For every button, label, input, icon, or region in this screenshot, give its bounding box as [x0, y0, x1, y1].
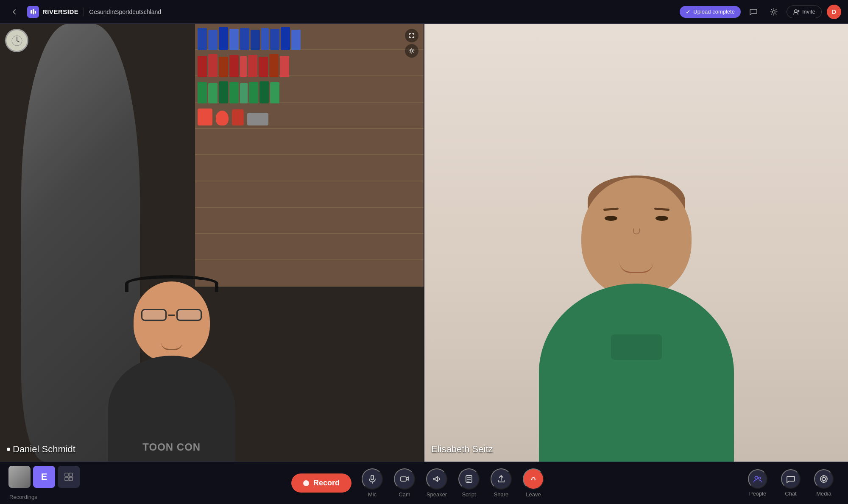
script-button[interactable]	[458, 468, 480, 490]
cam-label: Cam	[399, 491, 410, 498]
thumbnail-1[interactable]	[8, 466, 31, 488]
chat-icon-button[interactable]	[746, 4, 761, 19]
speaker-button[interactable]	[426, 468, 447, 490]
svg-rect-0	[31, 10, 32, 14]
bottombar-center: Record Mic Cam	[93, 466, 746, 500]
svg-point-8	[411, 50, 413, 52]
invite-label: Invite	[802, 8, 815, 15]
invite-button[interactable]: Invite	[787, 6, 822, 18]
brand-name: RIVERSIDE	[42, 8, 78, 15]
left-video-panel: TOON CON Daniel Schmidt	[0, 24, 424, 462]
script-label: Script	[462, 491, 476, 498]
right-video-content	[424, 24, 848, 462]
svg-rect-12	[69, 477, 73, 481]
video-area: TOON CON Daniel Schmidt	[0, 24, 848, 462]
speaker-control: Speaker	[422, 466, 452, 500]
bottombar-right: People Chat Media	[746, 467, 840, 499]
back-button[interactable]	[7, 4, 22, 19]
thumbnail-2[interactable]: E	[33, 466, 55, 488]
chat-control: Chat	[775, 467, 806, 499]
svg-rect-1	[33, 9, 34, 14]
svg-line-7	[17, 41, 19, 42]
bottombar-left: E Recordings	[8, 466, 93, 501]
recordings-label: Recordings	[9, 494, 37, 500]
recordings-label-area: Recordings	[8, 493, 37, 501]
svg-rect-13	[371, 475, 374, 480]
chat-button[interactable]	[781, 469, 801, 489]
settings-panel-icon-button[interactable]	[405, 44, 418, 58]
upload-complete-label: Upload complete	[693, 8, 735, 15]
left-person: TOON CON	[108, 281, 235, 462]
script-control: Script	[454, 466, 484, 500]
media-button[interactable]	[814, 469, 834, 489]
clock	[5, 29, 28, 52]
people-label: People	[749, 490, 766, 497]
divider	[84, 8, 84, 16]
svg-rect-11	[65, 477, 68, 481]
left-participant-name: Daniel Schmidt	[7, 444, 75, 455]
record-dot-icon	[303, 480, 309, 486]
svg-rect-9	[65, 473, 68, 476]
svg-point-4	[795, 10, 797, 12]
topbar-right: ✓ Upload complete Invite D	[680, 4, 841, 19]
upload-complete-badge[interactable]: ✓ Upload complete	[680, 6, 741, 18]
people-control: People	[742, 467, 773, 499]
mic-control: Mic	[357, 466, 387, 500]
bookshelf-bg	[195, 24, 424, 287]
svg-point-21	[755, 476, 758, 479]
record-button[interactable]: Record	[291, 473, 351, 493]
mic-button[interactable]	[362, 468, 383, 490]
panel-overlay-icons	[405, 29, 418, 58]
left-video-content: TOON CON	[0, 24, 424, 462]
chat-label: Chat	[785, 490, 796, 497]
settings-icon-button[interactable]	[766, 4, 781, 19]
speaker-label: Speaker	[427, 491, 447, 498]
fullscreen-icon-button[interactable]	[405, 29, 418, 42]
mic-label: Mic	[368, 491, 377, 498]
svg-rect-15	[401, 477, 406, 481]
user-avatar-button[interactable]: D	[827, 5, 841, 19]
leave-control: Leave	[519, 466, 548, 500]
logo-area: RIVERSIDE	[27, 6, 78, 18]
media-label: Media	[816, 490, 831, 497]
svg-point-23	[822, 477, 826, 481]
thumbnail-3[interactable]	[58, 466, 80, 488]
right-participant-name: Elisabeth Seitz	[431, 444, 493, 455]
name-dot	[7, 448, 10, 451]
right-person	[539, 178, 734, 462]
right-video-panel: Elisabeth Seitz	[424, 24, 848, 462]
share-button[interactable]	[491, 468, 512, 490]
topbar: RIVERSIDE GesundInSportdeutschland ✓ Upl…	[0, 0, 848, 24]
svg-rect-10	[69, 473, 73, 476]
svg-point-3	[773, 11, 775, 13]
share-label: Share	[494, 491, 509, 498]
record-label: Record	[313, 479, 340, 487]
topbar-left: RIVERSIDE GesundInSportdeutschland	[7, 4, 675, 19]
session-name: GesundInSportdeutschland	[89, 8, 161, 15]
cam-control: Cam	[390, 466, 419, 500]
svg-point-22	[759, 477, 761, 479]
check-icon: ✓	[686, 8, 691, 15]
bottombar: E Recordings Record	[0, 462, 848, 504]
share-control: Share	[486, 466, 516, 500]
leave-button[interactable]	[523, 468, 544, 490]
leave-label: Leave	[526, 491, 541, 498]
riverside-logo	[27, 6, 39, 18]
media-control: Media	[808, 467, 840, 499]
svg-rect-2	[35, 11, 36, 14]
people-button[interactable]	[748, 469, 767, 489]
cam-button[interactable]	[394, 468, 415, 490]
